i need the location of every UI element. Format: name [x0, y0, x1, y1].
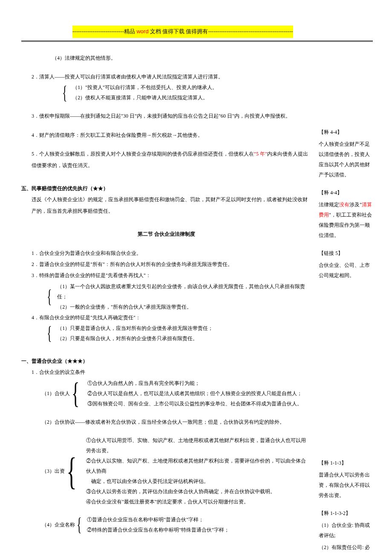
note-1: 【释 4-4】 个人独资企业财产不足以清偿债务的，投资人应当以其个人的其他财产予… — [319, 127, 373, 180]
banner-prefix: 精品 — [124, 28, 136, 35]
brace-icon: { — [77, 515, 82, 535]
item-5: 5．个人独资企业解散后，原投资人对个人独资企业存续期间的债务仍应承担偿还责任，但… — [21, 148, 311, 171]
list-4-1: （1）只要是普通合伙人，应当对所有的企业债务承担无限连带责任； — [57, 323, 213, 333]
brace-icon: { — [66, 435, 77, 507]
note-3: 【链接 5】 合伙企业、公司、上市公司规定相同。 — [319, 248, 373, 280]
c4-content: ①普通合伙企业应当在名称中标明"普通合伙"字样； ②特殊的普通合伙企业应当在名称… — [87, 515, 229, 535]
top-divider — [21, 40, 373, 42]
c1-1: ①合伙人为自然人的，应当具有完全民事行为能； — [87, 378, 302, 388]
c3-4: ④合伙企业没有"最低注册资本"的法定要求，合伙人可以分期缴付出资。 — [86, 497, 311, 507]
brace-icon: { — [47, 323, 52, 344]
note-2-body: 法律规定没有涉及"清算费用"，职工工资和社会保险费用应作为第一顺位清偿。 — [319, 199, 373, 240]
brace-icon: { — [47, 281, 52, 312]
item-2-1: （1）"投资人"可以自行清算，不包括受托人、投资人的继承人。 — [72, 82, 217, 92]
note-2: 【释 4-4】 法律规定没有涉及"清算费用"，职工工资和社会保险费用应作为第一顺… — [319, 188, 373, 240]
list-4-bracket: { （1）只要是普通合伙人，应当对所有的企业债务承担无限连带责任； （2）只要是… — [21, 323, 311, 344]
item-4b: 4．财产的清偿顺序：所欠职工工资和社会保险费用→所欠税款→其他债务。 — [21, 130, 311, 141]
side-column: 【释 4-4】 个人独资企业财产不足以清偿债务的，投资人应当以其个人的其他财产予… — [319, 52, 373, 555]
list-4-content: （1）只要是普通合伙人，应当对所有的企业债务承担无限连带责任； （2）只要是有限… — [57, 323, 213, 344]
banner-word: word — [136, 28, 148, 35]
note-4-body: 普通合伙人可以劳务出资，有限合伙人不得以劳务出资。 — [319, 470, 373, 500]
c2: （2）合伙协议——修改或者补充合伙协议，应当经全体合伙人一致同意；但是，合伙协议… — [21, 416, 311, 428]
banner-dashes-right: ----------------------------------------… — [208, 28, 293, 35]
note-5-title: 【释 1-1-3-2】 — [319, 508, 373, 518]
note-1-body: 个人独资企业财产不足以清偿债务的，投资人应当以其个人的其他财产予以清偿。 — [319, 139, 373, 180]
side-spacer-1 — [319, 52, 373, 127]
banner-dashes-left: ---------------------------- — [72, 28, 124, 35]
item-2-title: 2．清算人——投资人可以自行清算或者由债权人申请人民法院指定清算人进行清算。 — [21, 71, 311, 82]
c1-label: （1）合伙人 — [42, 378, 72, 409]
item-5a: 5．个人独资企业解散后，原投资人对个人独资企业存续期间的债务仍应承担偿还责任，但… — [32, 151, 254, 157]
heading-5: 五、民事赔偿责任的优先执行（★★） — [21, 183, 311, 194]
list-3-content: （1）某一个合伙人因故意或者重大过失引起的企业债务，由该合伙人承担无限责任，其他… — [57, 281, 311, 312]
h1-1: 1．合伙企业的设立条件 — [21, 367, 311, 378]
note-5-1: （1）合伙企业: 协商或者评估; — [319, 520, 373, 541]
item-5-red: "5 年" — [254, 151, 267, 157]
c3-content: ①合伙人可以用货币、实物、知识产权、土地使用权或者其他财产权利出资，普通合伙人也… — [86, 435, 311, 507]
content-columns: （4）法律规定的其他情形。 2．清算人——投资人可以自行清算或者由债权人申请人民… — [21, 52, 373, 555]
list-4-2: （2）只要是有限合伙人，对所有的企业债务只承担有限责任。 — [57, 333, 213, 344]
brace-icon: { — [62, 82, 68, 103]
heading-1: 一、普通合伙企业（★★★） — [21, 356, 311, 367]
list-3-2: （2）一般的企业债务，"所有的合伙人"承担无限连带责任。 — [57, 302, 311, 312]
list-3-bracket: { （1）某一个合伙人因故意或者重大过失引起的企业债务，由该合伙人承担无限责任，… — [21, 281, 311, 312]
item-2-content: （1）"投资人"可以自行清算，不包括受托人、投资人的继承人。 （2）债权人不能直… — [72, 82, 217, 103]
top-banner: ----------------------------精品 word 文档 值… — [72, 26, 293, 38]
heading-5-body: 违反《个人独资企业法》的规定，应当承担民事赔偿责任和缴纳罚金、罚款，其财产不足以… — [21, 194, 311, 217]
note-2-a: 法律规定 — [319, 202, 339, 208]
c4-bracket: （4）企业名称 { ①普通合伙企业应当在名称中标明"普通合伙"字样； ②特殊的普… — [21, 515, 311, 535]
item-4: （4）法律规定的其他情形。 — [21, 52, 311, 64]
item-2-2: （2）债权人不能直接清算，只能申请人民法院指定清算人。 — [72, 92, 217, 103]
note-5-2: （2）有限责任公司: 必须评估。 — [319, 542, 373, 555]
c3-label: （3）出资 — [42, 435, 66, 507]
note-3-body: 合伙企业、公司、上市公司规定相同。 — [319, 260, 373, 280]
note-2-red1: 没有 — [339, 202, 349, 208]
c4-1: ①普通合伙企业应当在名称中标明"普通合伙"字样； — [87, 515, 229, 525]
note-2-title: 【释 4-4】 — [319, 188, 373, 198]
c1-content: ①合伙人为自然人的，应当具有完全民事行为能； ②合伙人可以是自然人，也可以是法人… — [87, 378, 302, 409]
note-1-title: 【释 4-4】 — [319, 127, 373, 137]
note-2-b: 涉及" — [349, 202, 362, 208]
section-2-title: 第二节 合伙企业法律制度 — [21, 228, 311, 240]
list-1: 1．合伙企业分为普通合伙企业和有限合伙企业。 — [21, 248, 311, 259]
note-4: 【释 1-1-3】 普通合伙人可以劳务出资，有限合伙人不得以劳务出资。 — [319, 458, 373, 500]
list-3-1: （1）某一个合伙人因故意或者重大过失引起的企业债务，由该合伙人承担无限责任，其他… — [57, 281, 311, 302]
note-4-title: 【释 1-1-3】 — [319, 458, 373, 468]
item-2-bracket: { （1）"投资人"可以自行清算，不包括受托人、投资人的继承人。 （2）债权人不… — [21, 82, 311, 103]
item-3: 3．债权申报期限——在接到通知之日起"30 日"内，未接到通知的应当在公告之日起… — [21, 110, 311, 121]
main-column: （4）法律规定的其他情形。 2．清算人——投资人可以自行清算或者由债权人申请人民… — [21, 52, 311, 555]
c1-bracket: （1）合伙人 { ①合伙人为自然人的，应当具有完全民事行为能； ②合伙人可以是自… — [21, 378, 311, 409]
c3-1: ①合伙人可以用货币、实物、知识产权、土地使用权或者其他财产权利出资，普通合伙人也… — [86, 435, 311, 456]
list-2: 2．普通合伙企业的特征是"所有"：所有的合伙人对所有的企业债务均承担无限连带责任… — [21, 259, 311, 270]
top-banner-wrap: ----------------------------精品 word 文档 值… — [21, 26, 373, 38]
banner-suffix: 文档 值得下载 值得拥有 — [149, 28, 208, 35]
c4-2: ②特殊的普通合伙企业应当在名称中标明"特殊普通合伙"字样； — [87, 525, 229, 535]
side-spacer-2 — [319, 288, 373, 458]
brace-icon: { — [72, 378, 80, 409]
note-3-title: 【链接 5】 — [319, 248, 373, 258]
c1-3: ③国有独资公司、国有企业、上市公司以及公益性的事业单位、社会团体不得成为普通合伙… — [87, 399, 302, 409]
c4-label: （4）企业名称 — [42, 515, 77, 535]
c3-2b: 确定，也可以由全体合伙人委托法定评估机构评估。 — [86, 476, 311, 486]
list-3: 3．特殊的普通合伙企业的特征是"先看债务再找人"： — [21, 270, 311, 281]
document-page: ----------------------------精品 word 文档 值… — [0, 0, 392, 555]
c1-2: ②合伙人可以是自然人，也可以是法人或者其他组织；但个人独资企业的投资人只能是自然… — [87, 388, 302, 399]
c3-3: ③合伙人以劳务出资的，其评估办法由全体合伙人协商确定，并在合伙协议中载明。 — [86, 486, 311, 497]
list-4: 4．有限合伙企业的特征是"先找人再确定责任"： — [21, 312, 311, 323]
c3-2a: ②合伙人以实物、知识产权、土地使用权或者其他财产权利出资，需要评估作价的，可以由… — [86, 456, 311, 476]
note-5: 【释 1-1-3-2】 （1）合伙企业: 协商或者评估; （2）有限责任公司: … — [319, 508, 373, 555]
c3-bracket: （3）出资 { ①合伙人可以用货币、实物、知识产权、土地使用权或者其他财产权利出… — [21, 435, 311, 507]
